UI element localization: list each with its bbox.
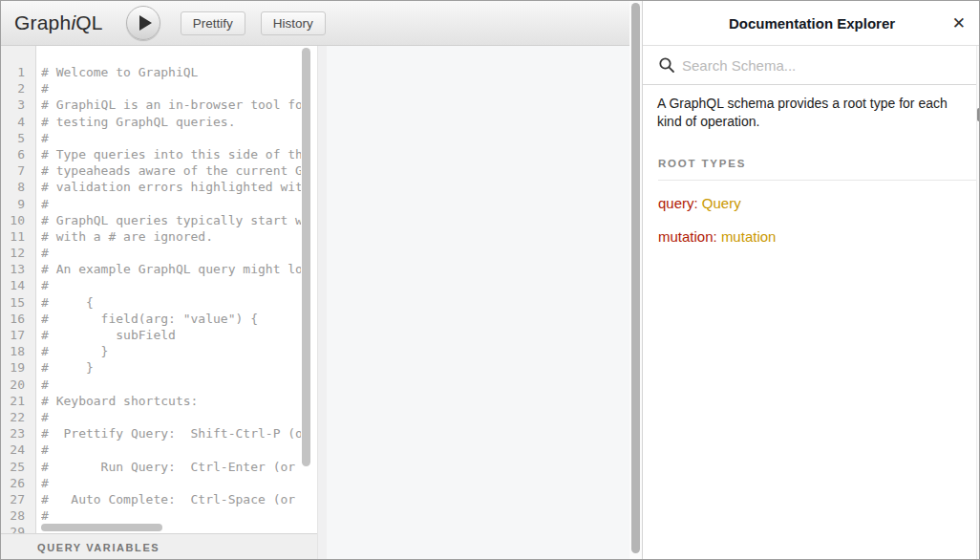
line-number: 5 (1, 130, 35, 146)
code-line: # Keyboard shortcuts: (41, 393, 301, 409)
line-number: 11 (1, 228, 35, 245)
logo-text-ql: QL (75, 11, 102, 33)
line-number: 6 (1, 146, 35, 162)
root-types-list: query: Querymutation: mutation (643, 195, 980, 245)
line-number: 19 (1, 359, 35, 376)
history-button[interactable]: History (261, 11, 326, 35)
line-number: 14 (1, 277, 35, 293)
root-type-row: query: Query (658, 195, 980, 211)
code-line: # GraphiQL is an in-browser tool for wri… (41, 97, 301, 113)
code-line: # } (41, 343, 301, 359)
code-line: # Type queries into this side of the scr… (41, 146, 301, 162)
schema-description: A GraphQL schema provides a root type fo… (657, 95, 967, 131)
line-number: 26 (1, 475, 35, 491)
root-types-section-title: ROOT TYPES (658, 158, 980, 181)
query-variables-bar[interactable]: QUERY VARIABLES (1, 533, 317, 560)
line-number: 29 (1, 524, 35, 533)
root-type-link[interactable]: mutation (721, 228, 777, 245)
line-number: 13 (1, 261, 35, 277)
code-line: # (41, 409, 301, 425)
line-number: 9 (1, 196, 35, 212)
close-icon[interactable]: ✕ (952, 15, 966, 32)
code-line: # subField (41, 327, 301, 343)
prettify-button[interactable]: Prettify (181, 11, 245, 35)
line-number: 27 (1, 491, 35, 507)
line-number: 4 (1, 114, 35, 130)
query-editor[interactable]: # Welcome to GraphiQL## GraphiQL is an i… (41, 64, 301, 533)
line-number: 3 (1, 97, 35, 113)
line-number: 12 (1, 245, 35, 261)
code-line: # (41, 130, 301, 146)
root-type-row: mutation: mutation (658, 228, 980, 245)
line-number: 8 (1, 179, 35, 195)
code-line: # (41, 196, 301, 212)
search-icon (658, 56, 675, 74)
doc-scrollbar-track (976, 46, 980, 560)
line-number: 24 (1, 442, 35, 458)
root-type-field[interactable]: query: (658, 195, 702, 211)
doc-explorer-header: Documentation Explorer ✕ (643, 1, 980, 46)
result-pane (327, 46, 629, 560)
doc-explorer-panel: Documentation Explorer ✕ A GraphQL schem… (642, 1, 980, 560)
line-number: 22 (1, 409, 35, 425)
code-line: # validation errors highlighted within t… (41, 179, 301, 195)
graphiql-window: GraphiQL Prettify History 12345678910111… (0, 0, 980, 560)
line-number: 18 (1, 343, 35, 359)
query-variables-title: QUERY VARIABLES (37, 542, 160, 553)
doc-search-row (643, 46, 980, 85)
code-line: # field(arg: "value") { (41, 311, 301, 327)
line-number: 23 (1, 425, 35, 442)
pane-divider[interactable] (317, 46, 327, 560)
line-number: 10 (1, 212, 35, 228)
line-number: 16 (1, 311, 35, 327)
code-line: # An example GraphQL query might look li… (41, 261, 301, 277)
root-type-link[interactable]: Query (702, 195, 741, 211)
line-number: 2 (1, 80, 35, 97)
logo-text-graph: Graph (14, 11, 71, 33)
code-line: # typeaheads aware of the current GraphQ… (41, 162, 301, 179)
line-number-gutter: 1234567891011121314151617181920212223242… (1, 46, 36, 533)
line-number: 7 (1, 162, 35, 179)
toolbar: GraphiQL Prettify History (1, 1, 629, 46)
editor-horizontal-scrollbar[interactable] (41, 524, 162, 531)
code-line: # (41, 507, 301, 524)
play-icon (139, 15, 152, 31)
line-number: 25 (1, 459, 35, 475)
code-line: # (41, 475, 301, 491)
line-number: 28 (1, 507, 35, 524)
line-number: 21 (1, 393, 35, 409)
app-logo: GraphiQL (14, 11, 103, 34)
code-line: # Prettify Query: Shift-Ctrl-P (or press… (41, 425, 301, 442)
code-line: # Run Query: Ctrl-Enter (or press the pl… (41, 459, 301, 475)
code-line: # (41, 442, 301, 458)
root-type-field[interactable]: mutation: (658, 228, 721, 245)
code-line: # GraphQL queries typically start with a… (41, 212, 301, 228)
main-scrollbar-thumb[interactable] (631, 3, 640, 553)
code-line: # (41, 80, 301, 97)
line-number: 1 (1, 64, 35, 80)
main-scrollbar-track (629, 1, 642, 560)
code-line: # (41, 377, 301, 393)
code-line: # (41, 277, 301, 293)
code-line: # { (41, 294, 301, 311)
query-editor-pane: 1234567891011121314151617181920212223242… (1, 46, 317, 560)
code-line: # Welcome to GraphiQL (41, 64, 301, 80)
line-number: 20 (1, 377, 35, 393)
line-number: 17 (1, 327, 35, 343)
line-number: 15 (1, 294, 35, 311)
code-line: # testing GraphQL queries. (41, 114, 301, 130)
code-line: # with a # are ignored. (41, 228, 301, 245)
editor-vertical-scrollbar[interactable] (302, 48, 310, 466)
code-line: # Auto Complete: Ctrl-Space (or just sta… (41, 491, 301, 507)
execute-query-button[interactable] (126, 6, 160, 40)
doc-explorer-title: Documentation Explorer (729, 15, 895, 32)
search-schema-input[interactable] (682, 57, 949, 74)
code-line: # } (41, 359, 301, 376)
code-line: # (41, 245, 301, 261)
